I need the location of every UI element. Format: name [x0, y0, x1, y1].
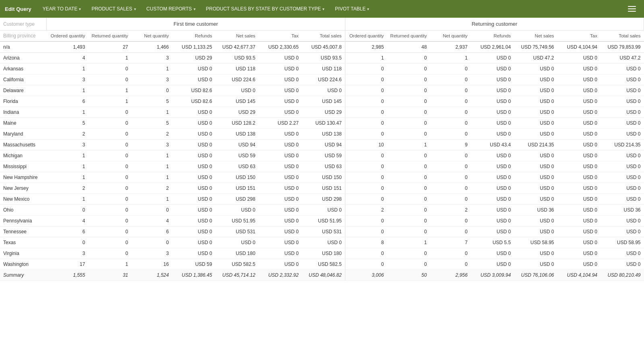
- rc-net-qty-cell: 2,937: [430, 41, 471, 53]
- rc-ordered-qty-cell: 0: [345, 226, 387, 237]
- billing-province-cell: Arizona: [0, 53, 46, 64]
- ft-ordered-qty-cell: 4: [46, 216, 88, 226]
- rc-refunds-cell: USD 0: [471, 107, 514, 118]
- summary-billing-cell: Summary: [0, 270, 46, 281]
- ft-tax-cell: USD 0: [258, 74, 301, 85]
- rc-net-qty-cell: 1: [430, 53, 471, 64]
- ft-net-sales-cell: USD 151: [215, 183, 258, 194]
- ft-ordered-qty-cell: 3: [46, 74, 88, 85]
- billing-province-cell: Arkansas: [0, 64, 46, 74]
- summary-rc-rq: 50: [387, 270, 430, 281]
- col-billing-province: Billing province: [0, 31, 46, 42]
- ft-net-sales-cell: USD 298: [215, 194, 258, 205]
- ft-ordered-qty-cell: 6: [46, 96, 88, 107]
- table-row: Indiana101USD 0USD 29USD 0USD 29000USD 0…: [0, 107, 644, 118]
- returning-customer-header: Returning customer: [345, 18, 644, 31]
- rc-net-qty-cell: 0: [430, 226, 471, 237]
- first-time-customer-header: First time customer: [46, 18, 345, 31]
- hamburger-menu-icon[interactable]: [625, 3, 639, 15]
- col-rc-ordered-qty: Ordered quantity: [345, 31, 387, 42]
- rc-ordered-qty-cell: 2: [345, 205, 387, 216]
- ft-total-sales-cell: USD 93.5: [302, 53, 345, 64]
- rc-tax-cell: USD 0: [557, 216, 601, 226]
- rc-ordered-qty-cell: 0: [345, 194, 387, 205]
- table-row: Delaware110USD 82.6USD 0USD 0USD 0000USD…: [0, 85, 644, 96]
- rc-total-sales-cell: USD 0: [601, 183, 644, 194]
- ft-returned-qty-cell: 0: [88, 107, 131, 118]
- billing-province-cell: Delaware: [0, 85, 46, 96]
- rc-net-qty-cell: 0: [430, 150, 471, 161]
- ft-tax-cell: USD 0: [258, 172, 301, 183]
- ft-returned-qty-cell: 0: [88, 216, 131, 226]
- rc-returned-qty-cell: 0: [387, 107, 430, 118]
- billing-province-cell: n/a: [0, 41, 46, 53]
- top-nav: Edit Query YEAR TO DATE ▾ PRODUCT SALES …: [0, 0, 644, 18]
- billing-province-cell: New Jersey: [0, 183, 46, 194]
- ft-net-sales-cell: USD 93.5: [215, 53, 258, 64]
- ft-ordered-qty-cell: 1: [46, 161, 88, 172]
- rc-net-qty-cell: 0: [430, 248, 471, 259]
- nav-item-pivot-table[interactable]: PIVOT TABLE ▾: [330, 4, 374, 14]
- ft-total-sales-cell: USD 0: [302, 237, 345, 248]
- ft-tax-cell: USD 0: [258, 107, 301, 118]
- ft-net-qty-cell: 0: [131, 85, 172, 96]
- ft-ordered-qty-cell: 1,493: [46, 41, 88, 53]
- ft-total-sales-cell: USD 150: [302, 172, 345, 183]
- table-row: Michigan101USD 0USD 59USD 0USD 59000USD …: [0, 150, 644, 161]
- ft-refunds-cell: USD 0: [172, 118, 215, 129]
- ft-net-qty-cell: 3: [131, 74, 172, 85]
- rc-net-sales-cell: USD 0: [514, 64, 557, 74]
- nav-brand[interactable]: Edit Query: [5, 6, 31, 12]
- ft-net-sales-cell: USD 582.5: [215, 259, 258, 270]
- ft-total-sales-cell: USD 298: [302, 194, 345, 205]
- ft-net-qty-cell: 5: [131, 118, 172, 129]
- ft-refunds-cell: USD 1,133.25: [172, 41, 215, 53]
- rc-returned-qty-cell: 0: [387, 172, 430, 183]
- nav-item-custom-reports[interactable]: CUSTOM REPORTS ▾: [142, 4, 200, 14]
- rc-returned-qty-cell: 1: [387, 237, 430, 248]
- report-table-container: Customer type First time customer Return…: [0, 18, 644, 362]
- ft-net-qty-cell: 1: [131, 107, 172, 118]
- ft-refunds-cell: USD 0: [172, 205, 215, 216]
- ft-refunds-cell: USD 0: [172, 107, 215, 118]
- rc-refunds-cell: USD 0: [471, 129, 514, 140]
- table-row: Washington17116USD 59USD 582.5USD 0USD 5…: [0, 259, 644, 270]
- nav-items: YEAR TO DATE ▾ PRODUCT SALES ▾ CUSTOM RE…: [38, 4, 625, 14]
- ft-net-sales-cell: USD 0: [215, 85, 258, 96]
- customer-type-label: Customer type: [0, 18, 46, 31]
- summary-rc-oq: 3,006: [345, 270, 387, 281]
- billing-province-cell: Texas: [0, 237, 46, 248]
- billing-province-cell: Ohio: [0, 205, 46, 216]
- rc-refunds-cell: USD 0: [471, 259, 514, 270]
- table-row: Arkansas101USD 0USD 118USD 0USD 118000US…: [0, 64, 644, 74]
- ft-ordered-qty-cell: 5: [46, 118, 88, 129]
- nav-item-year-to-date[interactable]: YEAR TO DATE ▾: [38, 4, 86, 14]
- rc-total-sales-cell: USD 0: [601, 259, 644, 270]
- ft-net-qty-cell: 1: [131, 194, 172, 205]
- rc-ordered-qty-cell: 0: [345, 107, 387, 118]
- nav-item-product-sales-by-state[interactable]: PRODUCT SALES BY STATE BY CUSTOMER TYPE …: [201, 4, 330, 14]
- rc-refunds-cell: USD 0: [471, 53, 514, 64]
- ft-net-qty-cell: 1: [131, 150, 172, 161]
- nav-item-product-sales[interactable]: PRODUCT SALES ▾: [87, 4, 140, 14]
- ft-net-sales-cell: USD 224.6: [215, 74, 258, 85]
- rc-net-sales-cell: USD 58.95: [514, 237, 557, 248]
- ft-returned-qty-cell: 1: [88, 85, 131, 96]
- rc-net-qty-cell: 0: [430, 194, 471, 205]
- rc-total-sales-cell: USD 0: [601, 161, 644, 172]
- ft-tax-cell: USD 2,330.65: [258, 41, 301, 53]
- ft-tax-cell: USD 0: [258, 194, 301, 205]
- rc-net-sales-cell: USD 75,749.56: [514, 41, 557, 53]
- ft-net-qty-cell: 0: [131, 237, 172, 248]
- ft-returned-qty-cell: 0: [88, 172, 131, 183]
- col-ft-returned-qty: Returned quantity: [88, 31, 131, 42]
- rc-net-qty-cell: 0: [430, 96, 471, 107]
- rc-tax-cell: USD 4,104.94: [557, 41, 601, 53]
- ft-net-qty-cell: 1: [131, 161, 172, 172]
- summary-ft-rq: 31: [88, 270, 131, 281]
- rc-tax-cell: USD 0: [557, 248, 601, 259]
- ft-returned-qty-cell: 0: [88, 129, 131, 140]
- ft-total-sales-cell: USD 224.6: [302, 74, 345, 85]
- billing-province-cell: Massachusetts: [0, 140, 46, 150]
- ft-ordered-qty-cell: 1: [46, 172, 88, 183]
